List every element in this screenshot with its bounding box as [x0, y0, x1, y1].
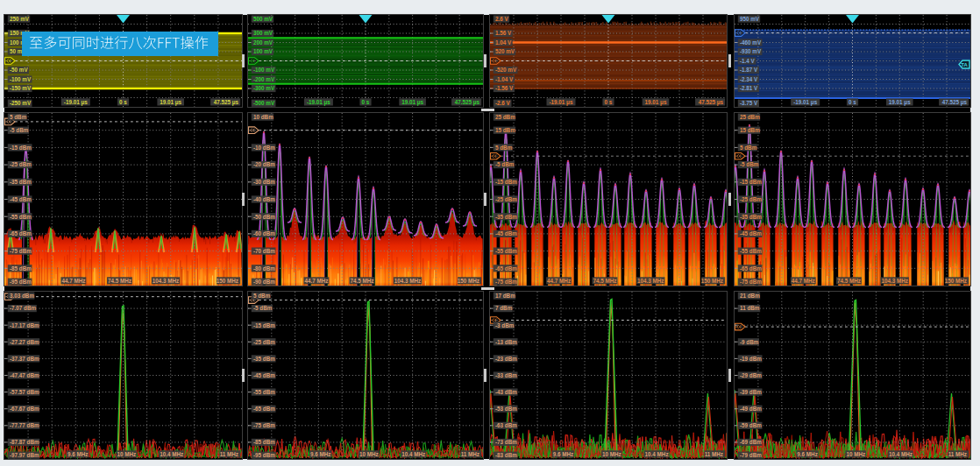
svg-text:-73 dBm: -73 dBm — [495, 439, 517, 445]
svg-text:10.4 MHz: 10.4 MHz — [889, 451, 913, 457]
svg-text:-35 dBm: -35 dBm — [10, 179, 32, 185]
svg-text:-83 dBm: -83 dBm — [495, 452, 517, 458]
svg-text:-500 mV: -500 mV — [253, 100, 275, 106]
svg-text:-50 mV: -50 mV — [10, 67, 28, 73]
svg-text:-67.67 dBm: -67.67 dBm — [10, 406, 39, 412]
svg-text:-75 dBm: -75 dBm — [495, 279, 517, 285]
svg-text:0 s: 0 s — [849, 99, 856, 105]
svg-text:44.7 MHz: 44.7 MHz — [547, 278, 571, 284]
svg-text:-79 dBm: -79 dBm — [740, 452, 762, 458]
svg-text:47.525 μs: 47.525 μs — [214, 99, 239, 106]
svg-text:-1.87 V: -1.87 V — [740, 67, 758, 73]
svg-text:11 dBm: 11 dBm — [740, 305, 760, 311]
svg-text:-59 dBm: -59 dBm — [740, 422, 762, 428]
svg-text:0 s: 0 s — [362, 99, 370, 105]
svg-text:-55 dBm: -55 dBm — [253, 389, 275, 395]
svg-text:-25 dBm: -25 dBm — [253, 339, 275, 345]
svg-text:-77.77 dBm: -77.77 dBm — [10, 422, 39, 428]
svg-text:-100 mV: -100 mV — [253, 67, 275, 73]
svg-text:74.5 MHz: 74.5 MHz — [593, 278, 616, 284]
svg-text:-2.81 V: -2.81 V — [740, 85, 758, 91]
svg-text:-65 dBm: -65 dBm — [253, 406, 275, 412]
svg-text:-49 dBm: -49 dBm — [740, 406, 762, 412]
svg-text:100 mV: 100 mV — [253, 48, 273, 54]
svg-text:-43 dBm: -43 dBm — [495, 389, 517, 395]
svg-text:-7.07 dBm: -7.07 dBm — [10, 305, 36, 311]
svg-text:47.525 μs: 47.525 μs — [699, 99, 724, 106]
svg-text:-20 dBm: -20 dBm — [253, 161, 275, 167]
svg-text:-55 dBm: -55 dBm — [740, 248, 762, 254]
svg-text:-95 dBm: -95 dBm — [10, 279, 32, 285]
svg-text:104.3 MHz: 104.3 MHz — [153, 278, 179, 284]
svg-text:25 dBm: 25 dBm — [740, 114, 760, 120]
svg-text:-19.01 μs: -19.01 μs — [64, 99, 88, 106]
svg-text:-70 dBm: -70 dBm — [253, 248, 275, 254]
svg-text:-3 dBm: -3 dBm — [495, 322, 515, 328]
svg-text:-47.47 dBm: -47.47 dBm — [10, 372, 39, 378]
svg-text:-520 mV: -520 mV — [495, 67, 517, 73]
svg-text:15 dBm: 15 dBm — [495, 127, 515, 133]
svg-text:-5 dBm: -5 dBm — [740, 161, 759, 167]
svg-text:74.5 MHz: 74.5 MHz — [108, 278, 131, 284]
svg-text:-100 mV: -100 mV — [10, 76, 32, 82]
svg-text:19.01 μs: 19.01 μs — [160, 99, 181, 106]
svg-text:-25 dBm: -25 dBm — [495, 196, 517, 202]
svg-text:-65 dBm: -65 dBm — [495, 265, 517, 272]
svg-text:-55 dBm: -55 dBm — [495, 248, 517, 254]
svg-text:-29 dBm: -29 dBm — [740, 372, 762, 378]
svg-text:9.6 MHz: 9.6 MHz — [67, 451, 88, 457]
svg-text:-2.6 V: -2.6 V — [495, 100, 511, 106]
svg-text:-95 dBm: -95 dBm — [253, 452, 275, 458]
svg-text:1.04 V: 1.04 V — [495, 39, 512, 46]
svg-text:-5 dBm: -5 dBm — [253, 305, 273, 311]
svg-text:-87.87 dBm: -87.87 dBm — [10, 439, 39, 445]
svg-text:-40 dBm: -40 dBm — [253, 196, 275, 202]
svg-text:-5 dBm: -5 dBm — [495, 161, 515, 167]
svg-text:-19.01 μs: -19.01 μs — [307, 99, 330, 106]
svg-text:-85 dBm: -85 dBm — [10, 265, 32, 272]
svg-text:11 MHz: 11 MHz — [461, 451, 479, 457]
svg-text:-63 dBm: -63 dBm — [495, 422, 517, 428]
svg-text:-75 dBm: -75 dBm — [253, 422, 275, 428]
svg-text:-15 dBm: -15 dBm — [740, 179, 762, 185]
svg-text:19.01 μs: 19.01 μs — [889, 99, 911, 106]
svg-text:104.3 MHz: 104.3 MHz — [394, 278, 421, 284]
svg-text:-97.97 dBm: -97.97 dBm — [10, 452, 39, 458]
svg-text:11 MHz: 11 MHz — [948, 451, 967, 457]
svg-text:-23 dBm: -23 dBm — [495, 356, 517, 362]
svg-text:-53 dBm: -53 dBm — [495, 406, 517, 412]
svg-text:-65 dBm: -65 dBm — [740, 265, 762, 272]
svg-text:-35 dBm: -35 dBm — [495, 214, 517, 220]
svg-text:-35 dBm: -35 dBm — [253, 356, 275, 362]
svg-text:10.4 MHz: 10.4 MHz — [645, 451, 669, 457]
svg-text:44.7 MHz: 44.7 MHz — [792, 278, 815, 284]
svg-text:11 MHz: 11 MHz — [705, 451, 723, 457]
svg-text:-5 dBm: -5 dBm — [10, 127, 29, 133]
svg-text:-15 dBm: -15 dBm — [10, 145, 32, 151]
svg-text:0 s: 0 s — [119, 99, 127, 105]
svg-text:74.5 MHz: 74.5 MHz — [837, 278, 861, 284]
svg-text:44.7 MHz: 44.7 MHz — [61, 278, 85, 284]
svg-text:17 dBm: 17 dBm — [495, 293, 515, 299]
svg-text:200 mV: 200 mV — [253, 39, 273, 46]
svg-text:-1.4 V: -1.4 V — [740, 58, 756, 64]
svg-text:-13 dBm: -13 dBm — [495, 339, 517, 345]
svg-text:-150 mV: -150 mV — [10, 85, 32, 91]
svg-text:-15 dBm: -15 dBm — [495, 179, 517, 185]
svg-text:-3.75 V: -3.75 V — [740, 100, 758, 106]
svg-text:44.7 MHz: 44.7 MHz — [305, 278, 329, 284]
svg-text:-80 dBm: -80 dBm — [253, 265, 275, 272]
svg-text:2.6 V: 2.6 V — [495, 16, 509, 22]
svg-text:520 mV: 520 mV — [495, 48, 515, 54]
svg-text:950 mV: 950 mV — [740, 16, 760, 22]
svg-text:-200 mV: -200 mV — [253, 76, 275, 82]
svg-text:-10 dBm: -10 dBm — [253, 145, 275, 151]
svg-text:-55 dBm: -55 dBm — [10, 214, 32, 220]
svg-text:21 dBm: 21 dBm — [740, 293, 760, 299]
svg-text:150 MHz: 150 MHz — [701, 278, 723, 284]
svg-text:25 dBm: 25 dBm — [495, 114, 515, 120]
svg-text:-19.01 μs: -19.01 μs — [550, 99, 573, 106]
svg-text:-75 dBm: -75 dBm — [10, 248, 32, 254]
svg-text:5 dBm: 5 dBm — [10, 114, 27, 120]
svg-text:11 MHz: 11 MHz — [220, 451, 238, 457]
